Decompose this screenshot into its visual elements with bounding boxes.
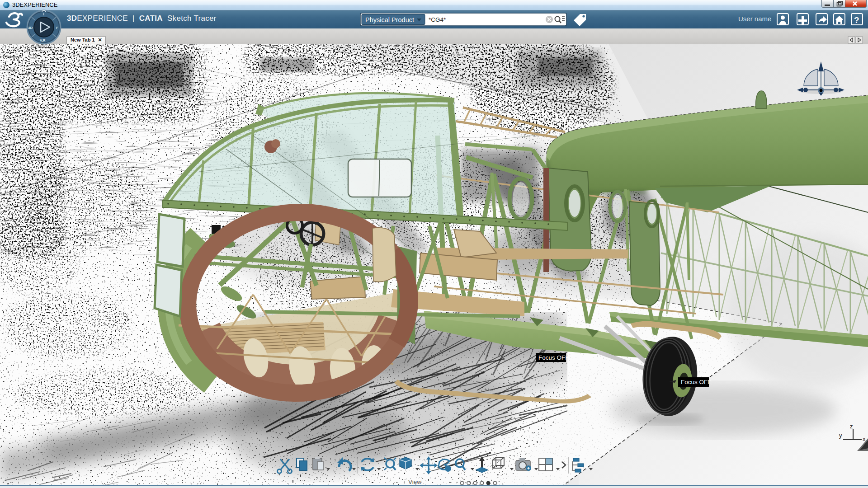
svg-text:View: View: [408, 479, 421, 485]
svg-text:V,R: V,R: [40, 38, 46, 42]
svg-text:*CG4*: *CG4*: [429, 16, 446, 23]
svg-text:3D: 3D: [28, 26, 33, 30]
svg-text:?: ?: [854, 15, 859, 25]
svg-text:i': i': [56, 26, 58, 30]
svg-text:Physical Product: Physical Product: [365, 16, 414, 23]
